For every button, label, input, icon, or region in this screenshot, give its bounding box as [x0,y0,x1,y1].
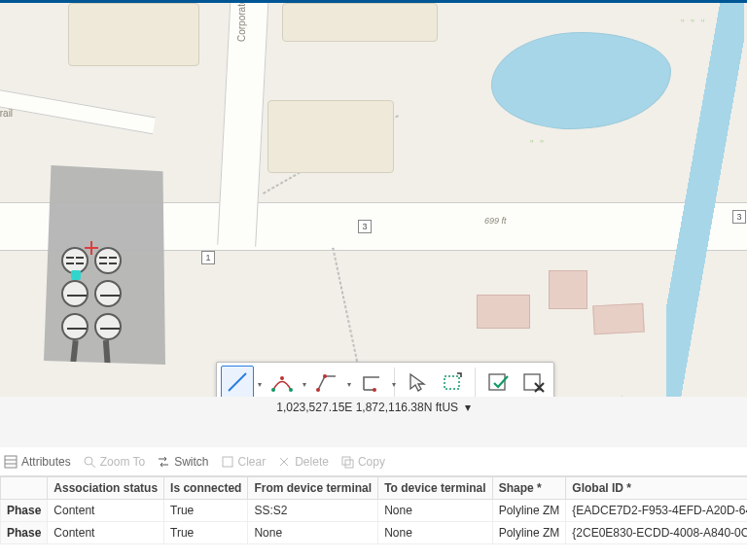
copy-icon [340,455,354,469]
tool-copy[interactable]: Copy [340,455,385,469]
route-marker-1: 1 [201,251,215,264]
col-to-device[interactable]: To device terminal [378,477,492,500]
route-marker-3b: 3 [732,210,746,224]
svg-line-17 [91,464,95,468]
col-shape[interactable]: Shape * [492,477,566,500]
coordinate-readout: 1,023,527.15E 1,872,116.38N ftUS ▾ [0,397,747,418]
tool-arc[interactable]: ▾ [266,366,299,399]
zoom-icon [83,455,96,469]
table-header-row: Association status Is connected From dev… [1,477,748,500]
cell-conn[interactable]: True [164,500,248,522]
tool-select-rect[interactable] [436,366,469,399]
house [592,303,644,335]
tool-zoom-to[interactable]: Zoom To [83,455,145,469]
cell-global-id[interactable]: {2CE0E830-ECDD-4008-A840-0C1025E0007C} [566,522,747,544]
svg-point-1 [271,388,275,392]
svg-rect-22 [345,460,353,468]
svg-point-5 [323,374,327,378]
device-node[interactable] [61,313,89,340]
schematic-container[interactable] [44,165,165,365]
col-connected[interactable]: Is connected [164,477,248,500]
col-association[interactable]: Association status [48,477,164,500]
clear-icon [221,455,234,469]
tool-line[interactable]: ▾ [221,366,254,399]
tool-delete[interactable]: Delete [277,455,329,469]
tool-trace[interactable]: ▾ [310,366,343,399]
tool-discard[interactable] [516,366,550,399]
svg-rect-10 [524,374,540,390]
svg-point-16 [85,457,92,465]
tool-right-angle[interactable]: ▾ [355,366,388,399]
distance-label: 699 ft [484,216,507,226]
cell-assoc[interactable]: Content [48,500,164,522]
road-trail [0,84,156,134]
svg-point-7 [373,388,376,392]
svg-point-2 [289,388,293,392]
pond [491,32,671,129]
house [477,295,530,329]
table-row[interactable]: PhaseContentTrueNoneNonePolyline ZM{2CE0… [1,522,748,544]
building [68,3,199,66]
attributes-icon [4,455,18,469]
device-node[interactable] [94,280,122,307]
tool-select[interactable] [401,366,434,399]
tool-attributes[interactable]: Attributes [4,455,71,469]
building [282,3,438,42]
cell-assoc[interactable]: Content [48,522,164,544]
route-marker-3a: 3 [358,220,372,233]
svg-line-0 [229,373,246,391]
cell-shape[interactable]: Polyline ZM [492,522,566,544]
tool-clear[interactable]: Clear [221,455,267,469]
svg-rect-21 [342,457,350,465]
attributes-panel: Attributes Zoom To Switch Clear Delete C… [0,447,747,560]
row-header: Phase [1,522,48,544]
svg-point-4 [316,388,320,392]
cell-to-dev[interactable]: None [378,500,492,522]
tool-finish[interactable] [481,366,515,399]
svg-rect-13 [5,456,17,468]
svg-rect-8 [445,376,459,389]
col-from-device[interactable]: From device terminal [248,477,378,500]
selection-indicator [71,270,81,280]
device-node[interactable] [94,313,122,340]
device-node[interactable] [61,280,89,307]
svg-rect-18 [223,457,232,467]
house [549,270,587,309]
switch-icon [157,455,170,469]
cell-conn[interactable]: True [164,522,248,544]
device-node[interactable] [94,247,122,274]
attributes-table[interactable]: Association status Is connected From dev… [0,476,747,544]
panel-toolbar: Attributes Zoom To Switch Clear Delete C… [0,447,747,476]
delete-icon [277,455,291,469]
building [267,100,394,173]
cell-to-dev[interactable]: None [378,522,492,544]
tool-switch[interactable]: Switch [157,455,208,469]
cursor-crosshair [85,241,98,255]
grass-decoration: " " [530,139,546,150]
col-global-id[interactable]: Global ID * [566,477,747,500]
cell-from-dev[interactable]: SS:S2 [248,500,378,522]
row-header: Phase [1,500,48,522]
cell-global-id[interactable]: {EADCE7D2-F953-4EFD-A20D-6445E3648959} [566,500,747,522]
cell-from-dev[interactable]: None [248,522,378,544]
cell-shape[interactable]: Polyline ZM [492,500,566,522]
map-view[interactable]: " " " " " " " Corporate Ln Trail 1 3 3 6… [0,0,747,418]
svg-point-3 [280,376,284,380]
street-label-trail: Trail [0,108,13,119]
table-row[interactable]: PhaseContentTrueSS:S2NonePolyline ZM{EAD… [1,500,748,522]
street-label-corporate: Corporate Ln [236,0,247,42]
